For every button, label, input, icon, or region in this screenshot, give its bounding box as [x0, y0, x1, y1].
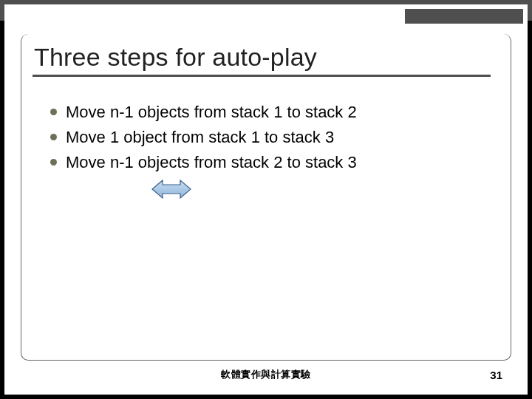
list-item: Move n-1 objects from stack 2 to stack 3 [50, 151, 486, 174]
bullet-text: Move n-1 objects from stack 2 to stack 3 [66, 151, 357, 174]
slide-title: Three steps for auto-play [34, 43, 489, 72]
bullet-icon [50, 134, 57, 140]
page-number: 31 [490, 369, 502, 381]
double-arrow-icon [149, 177, 194, 204]
footer-text: 軟體實作與計算實驗 [4, 368, 528, 381]
list-item: Move 1 object from stack 1 to stack 3 [50, 126, 486, 149]
bullet-text: Move n-1 objects from stack 1 to stack 2 [66, 100, 357, 124]
top-right-tab [405, 9, 523, 24]
slide-body: Three steps for auto-play Move n-1 objec… [4, 4, 528, 395]
bullet-icon [50, 109, 57, 115]
title-container: Three steps for auto-play [33, 43, 491, 77]
bullet-icon [50, 159, 57, 166]
bullet-list: Move n-1 objects from stack 1 to stack 2… [50, 100, 486, 176]
list-item: Move n-1 objects from stack 1 to stack 2 [50, 100, 486, 124]
bullet-text: Move 1 object from stack 1 to stack 3 [66, 126, 334, 149]
content-panel [21, 34, 511, 361]
